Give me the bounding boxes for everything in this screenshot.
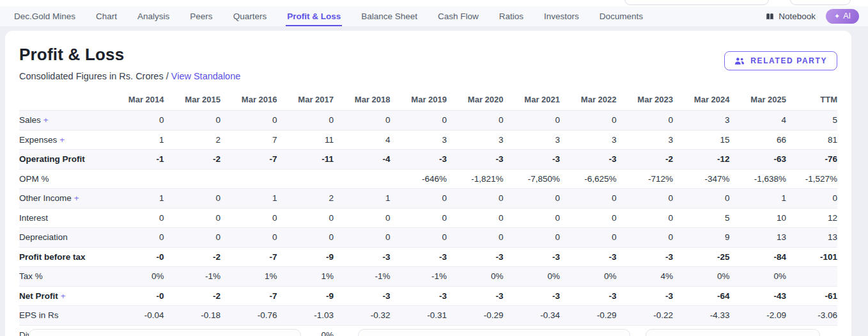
- expand-icon[interactable]: +: [61, 291, 66, 301]
- cell: -0.29: [447, 306, 504, 326]
- cell: -61: [786, 286, 837, 306]
- cutoff-bottom-button-3[interactable]: [646, 329, 820, 336]
- cell: 0: [447, 111, 504, 131]
- table-row-sales: Sales+0000000000345: [19, 111, 837, 131]
- cell: -712%: [617, 169, 674, 189]
- cell: 1: [107, 130, 164, 150]
- nav-item-dec-gold-mines[interactable]: Dec.Gold Mines: [13, 7, 77, 26]
- cell: -0.22: [617, 306, 674, 326]
- cell: 13: [786, 228, 837, 248]
- users-icon: [734, 57, 745, 65]
- row-label-text: EPS in Rs: [19, 310, 59, 320]
- cell: -101: [786, 247, 837, 267]
- cell: 0: [277, 228, 334, 248]
- cutoff-top-button[interactable]: [790, 0, 851, 5]
- cell: 3: [447, 130, 504, 150]
- subtitle-text: Consolidated Figures in Rs. Crores /: [19, 71, 169, 81]
- row-label-text: OPM %: [19, 174, 49, 184]
- cell: -2.09: [730, 306, 787, 326]
- nav-item-chart[interactable]: Chart: [95, 7, 118, 26]
- expand-icon[interactable]: +: [43, 115, 49, 125]
- cell: -0: [107, 286, 164, 306]
- cell: 0: [221, 111, 277, 131]
- expand-icon[interactable]: +: [74, 193, 79, 203]
- cell: -1%: [391, 267, 447, 287]
- nav-item-analysis[interactable]: Analysis: [136, 7, 171, 26]
- cell: 1: [221, 189, 277, 209]
- notebook-button[interactable]: Notebook: [765, 12, 816, 21]
- cell: 0: [447, 189, 504, 209]
- cell: -0.76: [221, 306, 277, 326]
- view-standalone-link[interactable]: View Standalone: [171, 71, 241, 81]
- cell: -25: [673, 247, 730, 267]
- nav-item-ratios[interactable]: Ratios: [498, 7, 525, 26]
- cell: 0: [560, 208, 617, 228]
- row-label-text: Profit before tax: [19, 252, 86, 262]
- nav-item-documents[interactable]: Documents: [598, 7, 644, 26]
- table-head: Mar 2014Mar 2015Mar 2016Mar 2017Mar 2018…: [19, 89, 837, 111]
- cutoff-bottom-button-2[interactable]: [358, 329, 630, 336]
- cell: -1: [107, 150, 164, 170]
- cell: 0: [786, 189, 837, 209]
- cell: 0: [504, 228, 561, 248]
- nav-item-cash-flow[interactable]: Cash Flow: [437, 7, 480, 26]
- cell: 4%: [617, 267, 674, 287]
- cell: 81: [786, 130, 837, 150]
- cell: 13: [730, 228, 787, 248]
- related-party-button[interactable]: RELATED PARTY: [724, 51, 837, 70]
- column-header-mar-2017: Mar 2017: [277, 89, 334, 111]
- cell: 0: [334, 111, 391, 131]
- cell: 0%: [560, 267, 617, 287]
- table-row-expenses: Expenses+12711433333156681: [19, 130, 837, 150]
- cell: -1,527%: [786, 169, 837, 189]
- cell: -3: [560, 150, 617, 170]
- cell: 0: [673, 189, 730, 209]
- ai-button[interactable]: ✦ AI: [826, 9, 859, 24]
- cell: 0: [107, 208, 164, 228]
- row-label: Net Profit+: [19, 286, 107, 306]
- row-label-text: Tax %: [19, 271, 43, 281]
- row-label: EPS in Rs: [19, 306, 107, 326]
- nav-item-quarters[interactable]: Quarters: [232, 7, 268, 26]
- cell: -7,850%: [504, 169, 561, 189]
- nav-item-balance-sheet[interactable]: Balance Sheet: [360, 7, 419, 26]
- cutoff-search-box[interactable]: [624, 0, 769, 5]
- row-label-text: Other Income: [19, 193, 72, 203]
- cell: -0.18: [164, 306, 221, 326]
- expand-icon[interactable]: +: [59, 135, 65, 145]
- card-header: Profit & Loss Consolidated Figures in Rs…: [19, 40, 837, 81]
- cell: -3: [391, 247, 447, 267]
- table-row-opm: OPM %-646%-1,821%-7,850%-6,625%-712%-347…: [19, 169, 837, 189]
- cell: -4: [334, 150, 391, 170]
- column-header-mar-2014: Mar 2014: [107, 89, 164, 111]
- cell: 1%: [277, 267, 334, 287]
- cell: 0: [617, 189, 674, 209]
- nav-items: Dec.Gold MinesChartAnalysisPeersQuarters…: [13, 6, 644, 26]
- nav-item-peers[interactable]: Peers: [189, 7, 213, 26]
- cell: 0%: [447, 267, 504, 287]
- ai-label: AI: [843, 12, 851, 20]
- row-label-text: Net Profit: [19, 291, 58, 301]
- cell: 0: [391, 111, 447, 131]
- cell: 15: [673, 130, 730, 150]
- cutoff-bottom-button-1[interactable]: [29, 329, 301, 336]
- column-header-mar-2016: Mar 2016: [221, 89, 277, 111]
- row-label-text: Sales: [19, 115, 41, 125]
- cell: -2: [164, 150, 221, 170]
- cell: 0: [221, 208, 277, 228]
- nav-item-profit-loss[interactable]: Profit & Loss: [286, 7, 342, 26]
- cell: 11: [277, 130, 334, 150]
- cell: -0.04: [107, 306, 164, 326]
- cell: 5: [786, 111, 837, 131]
- cell: -64: [673, 286, 730, 306]
- sparkle-icon: ✦: [834, 13, 840, 20]
- nav-right: Notebook ✦ AI: [765, 9, 859, 24]
- nav-item-investors[interactable]: Investors: [543, 7, 580, 26]
- table-row-depreciation: Depreciation000000000091313: [19, 228, 837, 248]
- cell: -0.31: [391, 306, 447, 326]
- cell: 0: [277, 208, 334, 228]
- cell: 7: [221, 130, 277, 150]
- cell: -9: [277, 286, 334, 306]
- cell: 0: [560, 111, 617, 131]
- cell: 0%: [673, 267, 730, 287]
